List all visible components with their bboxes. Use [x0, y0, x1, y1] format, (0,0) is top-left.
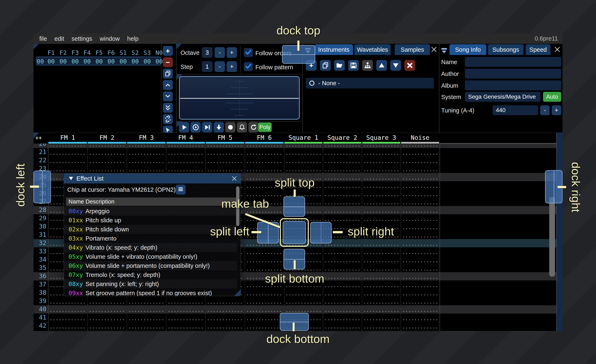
empty-pattern-cells[interactable] [403, 261, 438, 263]
empty-pattern-cells[interactable] [403, 253, 438, 254]
empty-pattern-cells[interactable] [403, 311, 438, 312]
order-cell[interactable]: 00 [72, 58, 79, 65]
transport-arrow-down-button[interactable] [214, 122, 224, 132]
follow-orders-checkbox[interactable] [244, 48, 253, 57]
empty-pattern-cells[interactable] [325, 170, 360, 172]
instrument-copy-button[interactable] [320, 60, 331, 71]
tab-speed[interactable]: Speed [526, 44, 551, 55]
effect-list-titlebar[interactable]: Effect List [64, 174, 241, 183]
close-icon[interactable] [231, 175, 237, 182]
empty-pattern-cells[interactable] [207, 302, 243, 304]
empty-pattern-cells[interactable] [168, 302, 203, 304]
octave-value[interactable]: 3 [202, 47, 213, 58]
empty-pattern-cells[interactable] [325, 311, 360, 312]
empty-pattern-cells[interactable] [129, 327, 164, 329]
instrument-triangle-down-button[interactable] [390, 60, 401, 71]
tab-wavetables[interactable]: Wavetables [354, 44, 391, 55]
empty-pattern-cells[interactable] [129, 170, 164, 172]
channel-header-fm-2[interactable]: FM 2 [87, 134, 127, 141]
empty-pattern-cells[interactable] [168, 311, 203, 312]
empty-pattern-cells[interactable] [89, 153, 125, 155]
empty-pattern-cells[interactable] [286, 286, 321, 287]
empty-pattern-cells[interactable] [168, 319, 203, 320]
menu-settings[interactable]: settings [68, 35, 96, 42]
empty-pattern-cells[interactable] [247, 170, 282, 172]
empty-pattern-cells[interactable] [325, 269, 360, 271]
name-field[interactable] [465, 57, 561, 67]
menu-edit[interactable]: edit [51, 35, 68, 42]
poly-toggle-button[interactable]: Poly [258, 123, 272, 132]
empty-pattern-cells[interactable] [247, 294, 282, 296]
empty-pattern-cells[interactable] [403, 244, 438, 246]
orders-chevron-up-button[interactable] [163, 80, 173, 90]
tuning-field[interactable] [492, 105, 538, 115]
empty-pattern-cells[interactable] [89, 319, 125, 320]
menu-help[interactable]: help [124, 35, 142, 42]
empty-pattern-cells[interactable] [364, 294, 399, 296]
octave-decrease-button[interactable]: - [215, 47, 225, 58]
collapse-icon[interactable] [68, 176, 74, 181]
orders-copy-button[interactable] [163, 69, 173, 79]
empty-pattern-cells[interactable] [325, 145, 360, 147]
empty-pattern-cells[interactable] [247, 302, 282, 304]
vertical-scrollbar[interactable] [549, 197, 555, 277]
empty-pattern-cells[interactable] [247, 286, 282, 287]
empty-pattern-cells[interactable] [207, 327, 243, 329]
empty-pattern-cells[interactable] [403, 327, 438, 329]
empty-pattern-cells[interactable] [325, 253, 360, 254]
empty-pattern-cells[interactable] [325, 153, 360, 155]
empty-pattern-cells[interactable] [247, 162, 282, 163]
empty-pattern-cells[interactable] [286, 269, 321, 271]
channel-header-square-1[interactable]: Square 1 [284, 134, 323, 141]
empty-pattern-cells[interactable] [325, 327, 360, 329]
channel-header-noise[interactable]: Noise [401, 134, 440, 141]
empty-pattern-cells[interactable] [129, 145, 164, 147]
transport-repeat-button[interactable] [248, 122, 259, 132]
empty-pattern-cells[interactable] [364, 145, 399, 147]
empty-pattern-cells[interactable] [364, 220, 399, 221]
octave-increase-button[interactable]: + [227, 47, 237, 58]
empty-pattern-cells[interactable] [364, 253, 399, 254]
empty-pattern-cells[interactable] [50, 153, 85, 155]
empty-pattern-cells[interactable] [207, 170, 243, 172]
empty-pattern-cells[interactable] [364, 319, 399, 320]
empty-pattern-cells[interactable] [364, 277, 399, 279]
empty-pattern-cells[interactable] [325, 195, 360, 197]
channel-header-fm-4[interactable]: FM 4 [166, 134, 205, 141]
empty-pattern-cells[interactable] [247, 195, 282, 197]
tab-subsongs[interactable]: Subsongs [488, 44, 524, 55]
empty-pattern-cells[interactable] [247, 327, 282, 329]
empty-pattern-cells[interactable] [325, 302, 360, 304]
empty-pattern-cells[interactable] [247, 311, 282, 312]
step-increase-button[interactable]: + [227, 61, 237, 72]
empty-pattern-cells[interactable] [247, 253, 282, 254]
empty-pattern-cells[interactable] [89, 145, 125, 147]
empty-pattern-cells[interactable] [364, 311, 399, 312]
order-cell[interactable]: 00 [48, 58, 55, 65]
empty-pattern-cells[interactable] [168, 170, 203, 172]
channel-header-fm-1[interactable]: FM 1 [48, 134, 87, 141]
oscilloscope[interactable] [179, 76, 300, 120]
transport-metronome-bell-button[interactable] [237, 122, 247, 132]
close-icon[interactable] [554, 46, 561, 53]
empty-pattern-cells[interactable] [129, 162, 164, 163]
empty-pattern-cells[interactable] [50, 170, 85, 172]
empty-pattern-cells[interactable] [286, 145, 321, 147]
empty-pattern-cells[interactable] [403, 203, 438, 205]
empty-pattern-cells[interactable] [364, 302, 399, 304]
author-field[interactable] [465, 69, 561, 79]
empty-pattern-cells[interactable] [247, 153, 282, 155]
empty-pattern-cells[interactable] [403, 211, 438, 213]
orders-chevron-down-button[interactable] [163, 91, 173, 101]
menu-file[interactable]: file [36, 35, 51, 42]
system-field[interactable] [465, 92, 541, 102]
resize-grip[interactable] [234, 289, 241, 296]
empty-pattern-cells[interactable] [325, 187, 360, 188]
album-field[interactable] [465, 80, 561, 90]
empty-pattern-cells[interactable] [325, 319, 360, 320]
orders-plus-button[interactable]: + [163, 46, 173, 56]
empty-pattern-cells[interactable] [325, 203, 360, 205]
empty-pattern-cells[interactable] [403, 236, 438, 238]
instrument-folder-open-button[interactable] [334, 60, 345, 71]
empty-pattern-cells[interactable] [403, 178, 438, 180]
